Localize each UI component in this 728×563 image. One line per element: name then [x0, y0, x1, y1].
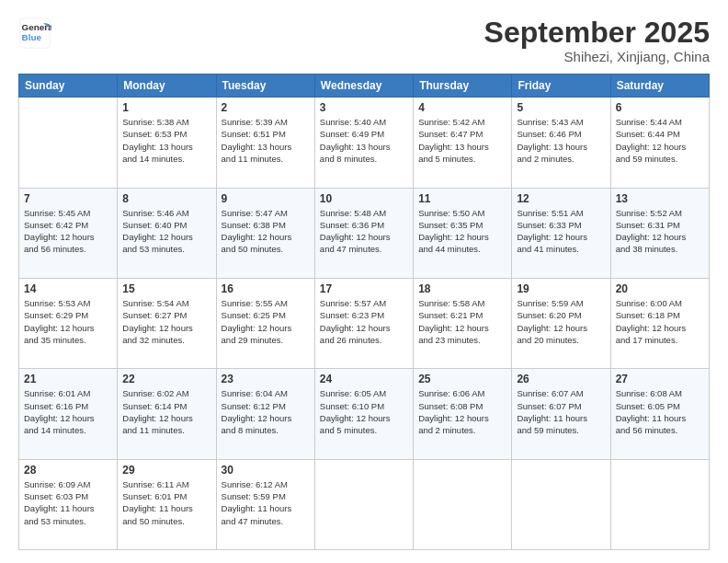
header-sunday: Sunday [19, 75, 118, 98]
table-row: 29Sunrise: 6:11 AMSunset: 6:01 PMDayligh… [118, 459, 216, 549]
day-info: Sunrise: 6:09 AMSunset: 6:03 PMDaylight:… [24, 478, 112, 527]
day-info: Sunrise: 6:11 AMSunset: 6:01 PMDaylight:… [122, 478, 210, 527]
table-row [512, 459, 610, 549]
day-number: 29 [122, 464, 210, 477]
day-info: Sunrise: 5:45 AMSunset: 6:42 PMDaylight:… [24, 207, 112, 256]
subtitle: Shihezi, Xinjiang, China [484, 49, 710, 64]
day-info: Sunrise: 5:50 AMSunset: 6:35 PMDaylight:… [418, 207, 506, 256]
table-row: 25Sunrise: 6:06 AMSunset: 6:08 PMDayligh… [414, 369, 512, 459]
day-number: 1 [122, 101, 210, 114]
table-row: 27Sunrise: 6:08 AMSunset: 6:05 PMDayligh… [610, 369, 709, 459]
day-number: 3 [320, 101, 408, 114]
day-number: 27 [616, 373, 704, 385]
day-info: Sunrise: 5:58 AMSunset: 6:21 PMDaylight:… [418, 297, 506, 346]
table-row: 13Sunrise: 5:52 AMSunset: 6:31 PMDayligh… [610, 188, 709, 278]
day-info: Sunrise: 5:43 AMSunset: 6:46 PMDaylight:… [517, 116, 605, 165]
table-row: 21Sunrise: 6:01 AMSunset: 6:16 PMDayligh… [19, 369, 118, 459]
day-number: 10 [320, 192, 408, 205]
table-row: 14Sunrise: 5:53 AMSunset: 6:29 PMDayligh… [19, 278, 118, 368]
table-row: 28Sunrise: 6:09 AMSunset: 6:03 PMDayligh… [19, 459, 118, 549]
day-number: 14 [24, 282, 112, 295]
day-number: 15 [122, 282, 210, 295]
table-row: 5Sunrise: 5:43 AMSunset: 6:46 PMDaylight… [512, 98, 610, 188]
day-number: 23 [222, 373, 310, 385]
day-number: 17 [320, 282, 408, 295]
day-info: Sunrise: 5:39 AMSunset: 6:51 PMDaylight:… [222, 116, 310, 165]
day-info: Sunrise: 6:07 AMSunset: 6:07 PMDaylight:… [517, 387, 605, 436]
table-row: 17Sunrise: 5:57 AMSunset: 6:23 PMDayligh… [314, 278, 413, 368]
table-row: 24Sunrise: 6:05 AMSunset: 6:10 PMDayligh… [314, 369, 413, 459]
day-info: Sunrise: 6:06 AMSunset: 6:08 PMDaylight:… [418, 387, 506, 436]
header-tuesday: Tuesday [216, 75, 314, 98]
logo: General Blue [18, 17, 51, 50]
header-monday: Monday [118, 75, 216, 98]
table-row: 16Sunrise: 5:55 AMSunset: 6:25 PMDayligh… [216, 278, 314, 368]
day-info: Sunrise: 6:04 AMSunset: 6:12 PMDaylight:… [222, 387, 310, 436]
day-info: Sunrise: 5:51 AMSunset: 6:33 PMDaylight:… [517, 207, 605, 256]
table-row [610, 459, 709, 549]
day-info: Sunrise: 5:57 AMSunset: 6:23 PMDaylight:… [320, 297, 408, 346]
table-row: 2Sunrise: 5:39 AMSunset: 6:51 PMDaylight… [216, 98, 314, 188]
day-number: 28 [24, 464, 112, 477]
table-row: 18Sunrise: 5:58 AMSunset: 6:21 PMDayligh… [414, 278, 512, 368]
day-info: Sunrise: 5:52 AMSunset: 6:31 PMDaylight:… [616, 207, 704, 256]
table-row: 30Sunrise: 6:12 AMSunset: 5:59 PMDayligh… [216, 459, 314, 549]
header-saturday: Saturday [610, 75, 709, 98]
day-number: 7 [24, 192, 112, 205]
day-number: 13 [616, 192, 704, 205]
day-number: 5 [517, 101, 605, 114]
table-row: 4Sunrise: 5:42 AMSunset: 6:47 PMDaylight… [414, 98, 512, 188]
table-row: 19Sunrise: 5:59 AMSunset: 6:20 PMDayligh… [512, 278, 610, 368]
day-number: 22 [122, 373, 210, 385]
table-row: 3Sunrise: 5:40 AMSunset: 6:49 PMDaylight… [314, 98, 413, 188]
day-number: 19 [517, 282, 605, 295]
day-info: Sunrise: 5:40 AMSunset: 6:49 PMDaylight:… [320, 116, 408, 165]
header-thursday: Thursday [414, 75, 512, 98]
calendar-week-1: 1Sunrise: 5:38 AMSunset: 6:53 PMDaylight… [19, 98, 710, 188]
day-info: Sunrise: 6:12 AMSunset: 5:59 PMDaylight:… [222, 478, 310, 527]
table-row: 26Sunrise: 6:07 AMSunset: 6:07 PMDayligh… [512, 369, 610, 459]
calendar-week-4: 21Sunrise: 6:01 AMSunset: 6:16 PMDayligh… [19, 369, 710, 459]
table-row: 20Sunrise: 6:00 AMSunset: 6:18 PMDayligh… [610, 278, 709, 368]
table-row: 6Sunrise: 5:44 AMSunset: 6:44 PMDaylight… [610, 98, 709, 188]
svg-text:Blue: Blue [22, 32, 42, 42]
table-row: 11Sunrise: 5:50 AMSunset: 6:35 PMDayligh… [414, 188, 512, 278]
logo-icon: General Blue [18, 17, 51, 50]
day-info: Sunrise: 5:55 AMSunset: 6:25 PMDaylight:… [222, 297, 310, 346]
day-info: Sunrise: 6:00 AMSunset: 6:18 PMDaylight:… [616, 297, 704, 346]
day-info: Sunrise: 6:08 AMSunset: 6:05 PMDaylight:… [616, 387, 704, 436]
table-row: 8Sunrise: 5:46 AMSunset: 6:40 PMDaylight… [118, 188, 216, 278]
day-number: 2 [222, 101, 310, 114]
day-number: 20 [616, 282, 704, 295]
table-row: 9Sunrise: 5:47 AMSunset: 6:38 PMDaylight… [216, 188, 314, 278]
header-wednesday: Wednesday [314, 75, 413, 98]
header-friday: Friday [512, 75, 610, 98]
day-number: 21 [24, 373, 112, 385]
day-number: 4 [418, 101, 506, 114]
table-row [414, 459, 512, 549]
day-info: Sunrise: 5:46 AMSunset: 6:40 PMDaylight:… [122, 207, 210, 256]
table-row: 10Sunrise: 5:48 AMSunset: 6:36 PMDayligh… [314, 188, 413, 278]
day-number: 25 [418, 373, 506, 385]
calendar: Sunday Monday Tuesday Wednesday Thursday… [18, 74, 710, 550]
table-row: 22Sunrise: 6:02 AMSunset: 6:14 PMDayligh… [118, 369, 216, 459]
day-number: 9 [222, 192, 310, 205]
table-row: 7Sunrise: 5:45 AMSunset: 6:42 PMDaylight… [19, 188, 118, 278]
table-row: 15Sunrise: 5:54 AMSunset: 6:27 PMDayligh… [118, 278, 216, 368]
day-info: Sunrise: 5:59 AMSunset: 6:20 PMDaylight:… [517, 297, 605, 346]
day-info: Sunrise: 5:42 AMSunset: 6:47 PMDaylight:… [418, 116, 506, 165]
table-row: 1Sunrise: 5:38 AMSunset: 6:53 PMDaylight… [118, 98, 216, 188]
calendar-week-5: 28Sunrise: 6:09 AMSunset: 6:03 PMDayligh… [19, 459, 710, 549]
day-info: Sunrise: 5:47 AMSunset: 6:38 PMDaylight:… [222, 207, 310, 256]
day-info: Sunrise: 6:02 AMSunset: 6:14 PMDaylight:… [122, 387, 210, 436]
day-number: 18 [418, 282, 506, 295]
day-info: Sunrise: 6:05 AMSunset: 6:10 PMDaylight:… [320, 387, 408, 436]
day-number: 11 [418, 192, 506, 205]
day-number: 8 [122, 192, 210, 205]
day-info: Sunrise: 5:38 AMSunset: 6:53 PMDaylight:… [122, 116, 210, 165]
day-number: 30 [222, 464, 310, 477]
calendar-week-3: 14Sunrise: 5:53 AMSunset: 6:29 PMDayligh… [19, 278, 710, 368]
table-row [19, 98, 118, 188]
day-info: Sunrise: 5:48 AMSunset: 6:36 PMDaylight:… [320, 207, 408, 256]
table-row [314, 459, 413, 549]
